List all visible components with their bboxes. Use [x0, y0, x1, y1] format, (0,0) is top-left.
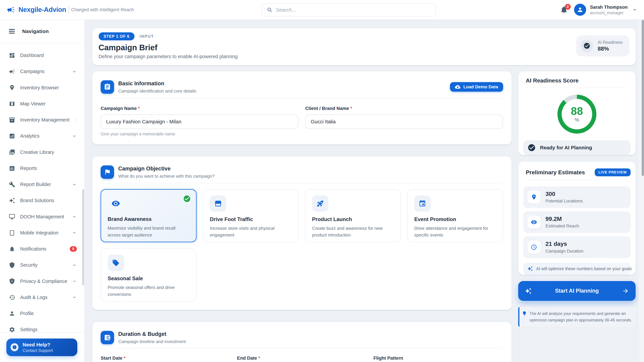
megaphone-logo-icon	[7, 5, 15, 14]
page-header-card: STEP 1 OF 6 INPUT Campaign Brief Define …	[92, 28, 636, 65]
start-ai-planning-button[interactable]: Start AI Planning	[518, 281, 636, 301]
help-title: Need Help?	[23, 342, 53, 348]
sidebar-item-inventory-management[interactable]: Inventory Management	[0, 112, 84, 128]
sidebar-item-report-builder[interactable]: Report Builder	[0, 176, 84, 193]
main-content: STEP 1 OF 6 INPUT Campaign Brief Define …	[85, 20, 644, 362]
ai-footnote: The AI will analyze your requirements an…	[518, 307, 636, 327]
ai-readiness-score-card: AI Readiness Score 88 % Ready for AI Pla…	[518, 71, 636, 155]
sidebar-item-inventory-browser[interactable]: Inventory Browser	[0, 80, 84, 96]
duration-title: Duration & Budget	[118, 331, 186, 337]
need-help-button[interactable]: Need Help? Contact Support	[6, 339, 77, 356]
live-preview-badge: LIVE PREVIEW	[595, 168, 630, 176]
campaign-name-input[interactable]: Luxury Fashion Campaign - Milan	[100, 114, 298, 129]
check-circle-icon	[583, 42, 590, 49]
ai-readiness-value: 88%	[598, 45, 623, 52]
objective-card-seasonal-sale[interactable]: Seasonal SalePromote seasonal offers and…	[100, 248, 196, 301]
arrow-right-icon	[622, 288, 629, 294]
notification-count-badge: 5	[70, 246, 77, 252]
sidebar-item-dashboard[interactable]: Dashboard	[0, 47, 84, 63]
clock-icon	[528, 241, 540, 254]
start-date-label: Start Date*	[100, 356, 230, 361]
global-search[interactable]	[261, 3, 436, 16]
chevron-down-icon	[72, 134, 77, 139]
brand-tagline: Charged with Intelligent Reach	[71, 7, 134, 12]
storefront-icon	[210, 195, 226, 212]
sparkles-icon	[525, 288, 532, 294]
sidebar-item-creative-library[interactable]: Creative Library	[0, 144, 84, 160]
objective-card-product-launch[interactable]: Product LaunchCreate buzz and awareness …	[305, 189, 401, 242]
cloud-download-icon	[455, 84, 460, 90]
chevron-down-icon	[72, 230, 77, 235]
page-scrollbar[interactable]	[642, 20, 644, 176]
footnote-text: The AI will analyze your requirements an…	[530, 310, 632, 323]
gear-icon	[9, 327, 15, 333]
preliminary-estimates-card: Preliminary Estimates LIVE PREVIEW 300Po…	[518, 162, 636, 275]
chevron-down-icon	[72, 69, 77, 74]
chevron-down-icon	[72, 263, 77, 268]
ai-readiness-label: AI Readiness	[598, 39, 623, 45]
sidebar-item-map-viewer[interactable]: Map Viewer	[0, 96, 84, 112]
sidebar-item-campaigns[interactable]: Campaigns	[0, 63, 84, 80]
campaign-name-label: Campaign Name*	[100, 106, 298, 111]
inventory-icon	[9, 117, 15, 123]
notification-count-badge: 2	[565, 4, 571, 10]
user-menu[interactable]: Sarah Thompson account_manager	[574, 4, 637, 16]
sidebar-item-security[interactable]: Security	[0, 257, 84, 273]
stat-campaign-duration: 21 daysCampaign Duration	[523, 236, 630, 258]
shield-info-icon	[9, 278, 15, 284]
stat-estimated-reach: 99.2MEstimated Reach	[523, 211, 630, 233]
objective-card-event-promotion[interactable]: Event PromotionDrive attendance and enga…	[407, 189, 503, 242]
search-input[interactable]	[276, 7, 431, 13]
ai-optimize-text: AI will optimize these numbers based on …	[536, 266, 632, 271]
sidebar-item-mobile-integration[interactable]: Mobile Integration	[0, 225, 84, 241]
sidebar-item-notifications[interactable]: Notifications5	[0, 241, 84, 257]
sidebar-item-analytics[interactable]: Analytics	[0, 128, 84, 144]
ready-status: Ready for AI Planning	[523, 140, 630, 155]
calendar-icon	[414, 195, 431, 212]
ai-score-value: 88	[571, 106, 583, 116]
sparkles-icon	[528, 266, 533, 272]
sidebar-item-dooh-management[interactable]: DOOH Management	[0, 209, 84, 225]
check-circle-icon	[528, 143, 536, 152]
load-demo-data-button[interactable]: Load Demo Data	[450, 82, 503, 92]
location-pin-icon	[528, 191, 540, 204]
sidebar-item-reports[interactable]: Reports	[0, 160, 84, 176]
sidebar-item-profile[interactable]: Profile	[0, 306, 84, 322]
person-icon	[9, 310, 15, 317]
campaign-objective-card: Campaign Objective What do you want to a…	[92, 157, 512, 310]
sidebar-item-privacy-compliance[interactable]: Privacy & Compliance	[0, 273, 84, 289]
sidebar-scrollbar[interactable]	[82, 189, 84, 285]
chevron-down-icon	[72, 214, 77, 219]
notifications-button[interactable]: 2	[560, 5, 568, 14]
client-name-input[interactable]: Gucci Italia	[305, 114, 503, 129]
ai-optimize-note: AI will optimize these numbers based on …	[523, 263, 630, 275]
basic-info-subtitle: Campaign identification and core details	[118, 88, 196, 94]
objective-card-brand-awareness[interactable]: Brand AwarenessMaximize visibility and b…	[100, 189, 196, 242]
chevron-down-icon	[74, 117, 77, 122]
topbar: Nexgile-Advion Charged with Intelligent …	[0, 0, 644, 20]
duration-budget-card: Duration & Budget Campaign timeline and …	[92, 322, 512, 362]
clipboard-icon	[100, 80, 114, 94]
bell-icon	[9, 246, 15, 252]
brand-name: Nexgile-Advion	[18, 6, 66, 13]
chevron-down-icon	[72, 295, 77, 300]
chevron-down-icon	[632, 7, 637, 12]
photo-library-icon	[9, 149, 15, 155]
cta-label: Start AI Planning	[532, 288, 622, 294]
client-name-label: Client / Brand Name*	[305, 106, 503, 111]
estimates-title: Preliminary Estimates	[526, 169, 585, 176]
objective-title: Campaign Objective	[118, 165, 215, 172]
page-title: Campaign Brief	[98, 43, 238, 52]
brand-logo[interactable]: Nexgile-Advion	[7, 5, 66, 14]
sidebar-item-audit-logs[interactable]: Audit & Logs	[0, 289, 84, 305]
ai-score-title: AI Readiness Score	[518, 71, 636, 88]
history-icon	[9, 294, 15, 301]
menu-toggle-icon[interactable]	[9, 29, 15, 34]
sidebar-item-brand-solutions[interactable]: Brand Solutions	[0, 193, 84, 209]
objective-card-drive-foot-traffic[interactable]: Drive Foot TrafficIncrease store visits …	[203, 189, 299, 242]
person-icon	[577, 6, 584, 13]
flight-pattern-label: Flight Pattern	[374, 356, 503, 361]
step-badge: STEP 1 OF 6	[98, 32, 135, 40]
duration-subtitle: Campaign timeline and investment	[118, 339, 186, 344]
tag-icon	[108, 255, 124, 271]
